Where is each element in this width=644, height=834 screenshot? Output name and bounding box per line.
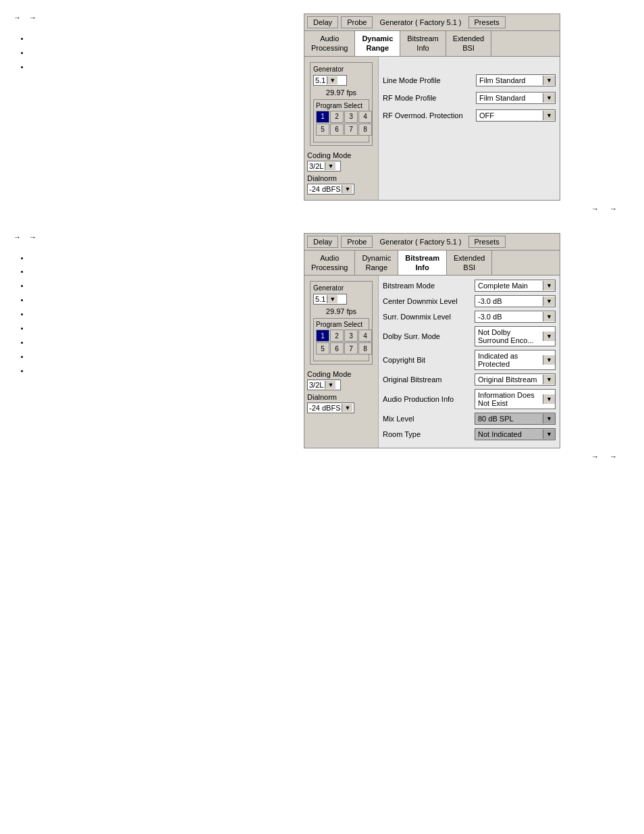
section2-bsi-dropdown-5[interactable]: Original Bitstream ▼ xyxy=(475,373,556,386)
section2-bsi-dropdown-1[interactable]: -3.0 dB ▼ xyxy=(475,295,556,307)
section1-delay-btn[interactable]: Delay xyxy=(307,16,338,28)
section2-tab-bitstream[interactable]: BitstreamInfo xyxy=(398,251,447,276)
section2-coding-value: 3/2L xyxy=(309,381,323,389)
section2-bsi-dropdown-2[interactable]: -3.0 dB ▼ xyxy=(475,311,556,323)
section2-bsi-dropdown-0[interactable]: Complete Main ▼ xyxy=(475,280,556,292)
section2-prog-cell-2[interactable]: 2 xyxy=(330,330,344,342)
section1-prog-cell-2[interactable]: 2 xyxy=(330,111,344,123)
section2-bsi-arrow-3[interactable]: ▼ xyxy=(543,332,555,341)
section2-coding-arrow-icon[interactable]: ▼ xyxy=(325,381,336,389)
section1-tab-extended[interactable]: ExtendedBSI xyxy=(446,31,491,56)
section2-bsi-arrow-0[interactable]: ▼ xyxy=(543,281,555,290)
section2-prog-cell-4[interactable]: 4 xyxy=(358,330,372,342)
section1-prog-label: Program Select xyxy=(316,102,367,109)
section1-dr-arrow-0[interactable]: ▼ xyxy=(543,76,555,85)
section2-bullets xyxy=(14,251,297,377)
section2-delay-btn[interactable]: Delay xyxy=(307,236,338,248)
section2-bullet-5 xyxy=(30,307,297,321)
section1-main: Generator 5.1 ▼ 29.97 fps Program Select xyxy=(304,57,560,200)
section1-gen-dropdown[interactable]: 5.1 ▼ xyxy=(313,75,347,86)
section2-bsi-value-7: 80 dB SPL xyxy=(475,413,543,424)
section2-arrow2: → xyxy=(29,233,36,241)
section1-prog-cell-8[interactable]: 8 xyxy=(358,124,372,136)
section2-bsi-dropdown-3[interactable]: Not Dolby Surround Enco... ▼ xyxy=(475,326,556,346)
section1-dialnorm-dropdown[interactable]: -24 dBFS ▼ xyxy=(307,184,354,194)
section1-prog-cell-7[interactable]: 7 xyxy=(344,124,358,136)
section2-bsi-arrow-5[interactable]: ▼ xyxy=(543,375,555,384)
section2-dialnorm-value: -24 dBFS xyxy=(309,404,340,412)
section2-bsi-row-1: Center Downmix Level -3.0 dB ▼ xyxy=(383,295,556,307)
section1-gen-select: 5.1 ▼ xyxy=(313,75,369,86)
section2-bsi-arrow-4[interactable]: ▼ xyxy=(543,355,555,365)
section2-bsi-dropdown-7: 80 dB SPL ▼ xyxy=(475,413,556,425)
section2-gen-panel: Generator 5.1 ▼ 29.97 fps Program Select xyxy=(304,276,379,448)
section2-tab-extended[interactable]: ExtendedBSI xyxy=(447,251,492,276)
section2-nav-bottom-arrow2: → xyxy=(610,452,617,461)
section1-prog-cell-4[interactable]: 4 xyxy=(358,111,372,123)
section2-prog-cell-3[interactable]: 3 xyxy=(344,330,358,342)
section2-bsi-dropdown-6[interactable]: Information Does Not Exist ▼ xyxy=(475,389,556,409)
section2-gen-title: Generator xyxy=(313,284,369,292)
section1-dr-dropdown-0[interactable]: Film Standard ▼ xyxy=(476,74,556,86)
section2-fps: 29.97 fps xyxy=(313,307,369,315)
section1-prog-cell-5[interactable]: 5 xyxy=(316,124,329,136)
section2-bsi-arrow-6[interactable]: ▼ xyxy=(543,394,555,404)
section1-presets-btn[interactable]: Presets xyxy=(468,16,506,28)
section1-dr-row-0: Line Mode Profile Film Standard ▼ xyxy=(383,74,556,86)
section2-bsi-arrow-1[interactable]: ▼ xyxy=(543,296,555,306)
section2-bsi-arrow-2[interactable]: ▼ xyxy=(543,312,555,321)
section1-prog-cell-3[interactable]: 3 xyxy=(344,111,358,123)
section2-bsi-label-7: Mix Level xyxy=(383,415,471,423)
section2-bsi-label-5: Original Bitstream xyxy=(383,375,471,384)
section2-tab-dynamic[interactable]: DynamicRange xyxy=(355,251,398,276)
section1-dr-arrow-2[interactable]: ▼ xyxy=(543,111,555,120)
section2-prog-cell-6[interactable]: 6 xyxy=(330,342,344,355)
section1-dr-value-0: Film Standard xyxy=(477,75,543,86)
section2-gen-arrow-icon[interactable]: ▼ xyxy=(327,295,338,303)
section2-topbar: Delay Probe Generator ( Factory 5.1 ) Pr… xyxy=(304,234,560,251)
section1-gen-arrow-icon[interactable]: ▼ xyxy=(327,76,338,84)
section2-presets-btn[interactable]: Presets xyxy=(468,236,506,248)
section2-bsi-value-8: Not Indicated xyxy=(475,429,543,440)
section1-coding-dropdown[interactable]: 3/2L ▼ xyxy=(307,161,341,172)
section1-dr-dropdown-1[interactable]: Film Standard ▼ xyxy=(476,92,556,104)
section1-dialnorm-arrow-icon[interactable]: ▼ xyxy=(342,185,352,193)
section1-prog-box: Program Select 1 2 3 4 5 6 7 8 xyxy=(313,99,369,142)
section1-prog-cell-1[interactable]: 1 xyxy=(316,111,329,123)
section1-prog-cell-6[interactable]: 6 xyxy=(330,124,344,136)
section2-bsi-row-5: Original Bitstream Original Bitstream ▼ xyxy=(383,373,556,386)
section2-bsi-dropdown-4[interactable]: Indicated as Protected ▼ xyxy=(475,350,556,370)
section2-coding-dropdown[interactable]: 3/2L ▼ xyxy=(307,380,341,390)
section1-dr-content: Line Mode Profile Film Standard ▼ RF Mod… xyxy=(379,57,560,200)
section1-tab-audio[interactable]: AudioProcessing xyxy=(304,31,355,56)
section2-tab-audio[interactable]: AudioProcessing xyxy=(304,251,355,276)
section2-bsi-label-6: Audio Production Info xyxy=(383,395,471,403)
section2-nav-bottom-arrow1: → xyxy=(591,452,599,461)
section1-coding-arrow-icon[interactable]: ▼ xyxy=(325,162,336,170)
section2-prog-cell-5[interactable]: 5 xyxy=(316,342,329,355)
section2-gen-dropdown[interactable]: 5.1 ▼ xyxy=(313,294,347,305)
section1-probe-btn[interactable]: Probe xyxy=(341,16,373,28)
section1-panel: Delay Probe Generator ( Factory 5.1 ) Pr… xyxy=(304,14,560,201)
section2-bsi-row-7: Mix Level 80 dB SPL ▼ xyxy=(383,413,556,425)
section1-dr-dropdown-2[interactable]: OFF ▼ xyxy=(476,109,556,122)
section1-tab-dynamic[interactable]: DynamicRange xyxy=(355,31,400,56)
section2-prog-cell-1[interactable]: 1 xyxy=(316,330,329,342)
section1-dr-label-0: Line Mode Profile xyxy=(383,76,471,84)
section1-nav-bottom-arrow2: → xyxy=(610,205,617,213)
section2-coding-mode-label: Coding Mode xyxy=(307,370,375,378)
section2-prog-cell-8[interactable]: 8 xyxy=(358,342,372,355)
section1-gen-title: Generator xyxy=(313,66,369,73)
section2-coding-dropdown-wrap: 3/2L ▼ xyxy=(307,380,375,390)
section2-probe-btn[interactable]: Probe xyxy=(341,236,373,248)
section2-panel-wrapper: Delay Probe Generator ( Factory 5.1 ) Pr… xyxy=(304,233,630,461)
section2-dialnorm-arrow-icon[interactable]: ▼ xyxy=(342,404,352,412)
section2-gen-box: Generator 5.1 ▼ 29.97 fps Program Select xyxy=(310,281,373,365)
section2-prog-box: Program Select 1 2 3 4 5 6 7 8 xyxy=(313,318,369,361)
section1-arrow1: → xyxy=(14,14,21,22)
section1-gen-value: 5.1 xyxy=(315,76,325,84)
section1-tab-bitstream[interactable]: BitstreamInfo xyxy=(400,31,446,56)
section1-dr-arrow-1[interactable]: ▼ xyxy=(543,93,555,103)
section2-dialnorm-dropdown[interactable]: -24 dBFS ▼ xyxy=(307,402,354,413)
section2-prog-cell-7[interactable]: 7 xyxy=(344,342,358,355)
